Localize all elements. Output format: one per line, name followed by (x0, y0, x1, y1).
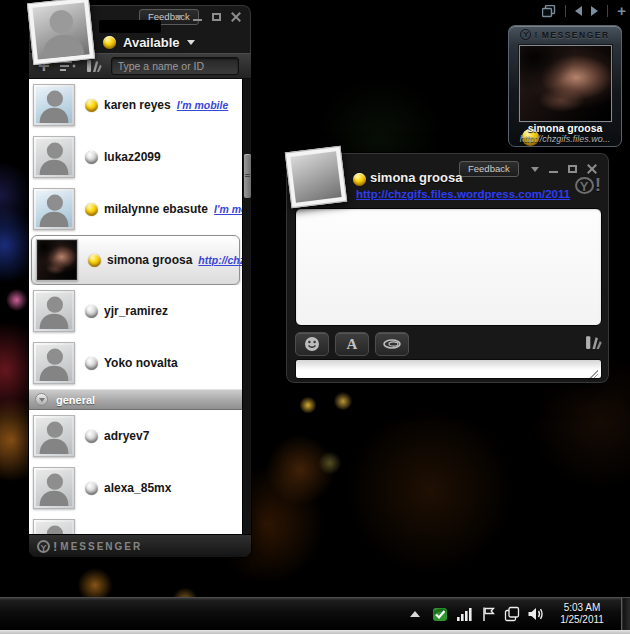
popup-brand: Y! MESSENGER (509, 29, 621, 40)
close-icon[interactable] (231, 12, 241, 22)
maximize-icon[interactable] (568, 165, 577, 173)
window-menu-icon[interactable] (531, 167, 539, 172)
contact-name: Yoko novalta (104, 356, 178, 370)
previous-arrow-icon[interactable] (575, 6, 582, 16)
yahoo-logo-icon: Y (37, 540, 50, 553)
contact-row-selected[interactable]: simona groosa http://chzgifs.fi (31, 235, 240, 285)
messenger-brand: Y! MESSENGER (37, 539, 142, 554)
emoticons-button[interactable] (295, 332, 329, 356)
im-mobile-link[interactable]: I'm mobile (177, 99, 229, 111)
contact-avatar (33, 136, 75, 178)
status-message-link[interactable]: http://chzgifs.files.wordpress.com/2011 (356, 188, 570, 200)
chat-window: Feedback simona groosa http://chzgifs.fi… (285, 152, 610, 384)
contact-row-partial[interactable] (29, 514, 242, 534)
popup-contact-name: simona groosa (509, 122, 621, 134)
status-offline-icon (85, 482, 98, 495)
minimize-icon[interactable] (193, 19, 202, 21)
contact-row[interactable]: lukaz2099 (29, 131, 242, 183)
contact-row[interactable]: alexa_85mx (29, 462, 242, 514)
gallery-toolbar: + (542, 2, 626, 20)
desktop: + Y! MESSENGER simona groosa http://chzg… (0, 0, 630, 634)
status-label: Available (123, 35, 180, 50)
close-icon[interactable] (587, 164, 597, 174)
status-offline-icon (85, 305, 98, 318)
contact-photo (519, 45, 612, 122)
network-signal-icon[interactable] (456, 606, 474, 622)
contact-list: karen reyes I'm mobile lukaz2099 milalyn (29, 79, 251, 534)
attach-file-button[interactable] (375, 332, 409, 356)
clock-time: 5:03 AM (554, 602, 610, 614)
yahoo-excl: ! (53, 539, 57, 554)
font-button[interactable]: A (335, 332, 369, 356)
window-controls (175, 12, 241, 22)
status-available-icon (85, 99, 98, 112)
minimize-icon[interactable] (549, 171, 558, 173)
chat-contact-name: simona groosa (370, 170, 462, 185)
chevron-down-icon (187, 40, 195, 45)
contact-name: karen reyes (104, 98, 171, 112)
status-available-icon (353, 173, 366, 186)
yahoo-logo-icon: Y (520, 29, 531, 40)
volume-icon[interactable] (527, 606, 545, 622)
contact-avatar[interactable] (285, 146, 347, 208)
status-message-link[interactable]: http://chzgifs.fi (198, 254, 242, 266)
search-input[interactable] (111, 57, 239, 75)
message-input[interactable] (295, 359, 602, 379)
scrollbar-thumb[interactable] (244, 154, 251, 198)
window-controls (531, 164, 597, 174)
main-titlebar[interactable]: Feedback Available (29, 5, 251, 53)
show-hidden-icons-icon[interactable] (410, 611, 420, 617)
contact-name: milalynne ebasute (104, 202, 208, 216)
contact-name: adryev7 (104, 429, 149, 443)
maximize-icon[interactable] (212, 13, 221, 21)
my-status-dropdown[interactable]: Available (103, 35, 195, 50)
contact-row[interactable]: yjr_ramirez (29, 285, 242, 337)
contact-preview-popup[interactable]: Y! MESSENGER simona groosa http://chzgif… (508, 25, 622, 147)
my-avatar[interactable] (27, 0, 95, 65)
clock-date: 1/25/2011 (554, 614, 610, 626)
status-offline-icon (85, 430, 98, 443)
main-window-footer: Y! MESSENGER (29, 534, 251, 557)
next-arrow-icon[interactable] (591, 6, 598, 16)
antivirus-tray-icon[interactable] (431, 605, 449, 623)
toolbar-separator (565, 5, 566, 17)
scrollbar-track[interactable] (242, 79, 251, 534)
windows-update-tray-icon[interactable] (504, 606, 520, 622)
contact-avatar (33, 290, 75, 332)
popup-status-message: http://chzgifs.files.wo... (511, 134, 619, 144)
status-offline-icon (85, 151, 98, 164)
status-available-icon (85, 203, 98, 216)
contact-name: alexa_85mx (104, 481, 171, 495)
contact-row[interactable]: Yoko novalta (29, 337, 242, 389)
show-desktop-button[interactable] (621, 598, 630, 630)
contact-row[interactable]: milalynne ebasute I'm mobile (29, 183, 242, 235)
message-history-pane[interactable] (295, 208, 602, 326)
contact-avatar (36, 239, 78, 281)
chat-toolbar: A (295, 331, 602, 357)
contact-avatar (33, 415, 75, 457)
window-menu-icon[interactable] (175, 15, 183, 20)
taskbar-clock[interactable]: 5:03 AM 1/25/2011 (554, 602, 610, 626)
action-center-flag-icon[interactable] (481, 606, 497, 622)
group-header-general[interactable]: general (29, 389, 242, 410)
add-icon[interactable]: + (617, 4, 626, 18)
screenshot-border (0, 630, 630, 634)
brand-label: MESSENGER (60, 541, 142, 552)
contact-avatar (33, 342, 75, 384)
contact-name: yjr_ramirez (104, 304, 168, 318)
status-offline-icon (85, 357, 98, 370)
yahoo-logo: Y! (575, 174, 601, 196)
contact-row[interactable]: karen reyes I'm mobile (29, 79, 242, 131)
yahoo-excl: ! (595, 174, 601, 196)
group-label: general (56, 394, 95, 406)
system-tray: 5:03 AM 1/25/2011 (410, 598, 630, 630)
contact-row[interactable]: adryev7 (29, 410, 242, 462)
taskbar[interactable]: 5:03 AM 1/25/2011 (0, 597, 630, 630)
cascade-windows-icon[interactable] (542, 5, 556, 18)
imvironments-button[interactable] (585, 335, 602, 354)
resize-grip[interactable] (590, 370, 598, 378)
im-mobile-link[interactable]: I'm mobile (214, 203, 242, 215)
status-available-icon (103, 36, 116, 49)
feedback-button[interactable]: Feedback (459, 161, 519, 177)
collapse-chevron-icon[interactable] (35, 393, 48, 406)
